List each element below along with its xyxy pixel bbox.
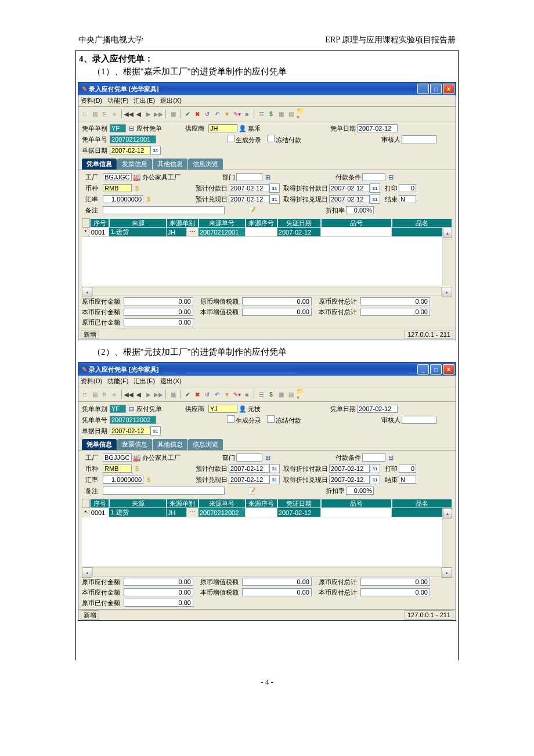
cancel-icon[interactable]: ✖ (193, 110, 201, 118)
tab-voucher[interactable]: 凭单信息 (82, 439, 117, 450)
cell-vd[interactable]: 2007-02-12 (277, 508, 321, 517)
menu-export[interactable]: 汇出(E) (134, 377, 155, 384)
fld-d2[interactable]: 2007-02-12 (329, 184, 370, 192)
open-icon[interactable]: ▤ (91, 110, 99, 118)
folder-icon[interactable]: 📁▾ (297, 110, 305, 118)
calendar-icon[interactable]: 31 (370, 475, 380, 484)
lookup-icon[interactable]: ⊟ (387, 453, 395, 462)
fld-rate[interactable]: 1.0000000 (103, 476, 143, 484)
fld-supplier[interactable]: JH (208, 124, 237, 132)
scroll-up-icon[interactable]: ▴ (443, 508, 452, 519)
fld-vno[interactable]: 20070212002 (110, 416, 156, 424)
calendar-icon[interactable]: 31 (269, 475, 280, 484)
gh-itemno[interactable]: 品号 (321, 499, 392, 508)
currency-icon[interactable]: $ (145, 195, 153, 203)
cell-src[interactable]: 1.进货 (109, 508, 166, 517)
doc-icon[interactable]: ▦ (169, 110, 177, 118)
fld-payterm[interactable] (362, 453, 385, 462)
menu-func[interactable]: 功能(F) (107, 377, 128, 384)
gh-seq[interactable]: 序号 (90, 218, 109, 228)
fld-vno[interactable]: 20070212001 (110, 135, 156, 143)
fld-print[interactable]: 0 (399, 184, 416, 192)
gh-src[interactable]: 来源 (109, 499, 166, 508)
menu-func[interactable]: 功能(F) (107, 97, 128, 104)
cell-sno[interactable]: 20070212002 (199, 508, 246, 517)
close-button[interactable]: × (443, 84, 454, 94)
menu-export[interactable]: 汇出(E) (134, 97, 155, 104)
fld-remark[interactable] (103, 487, 225, 495)
last-icon[interactable]: ▶▶ (154, 110, 163, 118)
menu-exit[interactable]: 退出(X) (160, 377, 182, 384)
fld-d1[interactable]: 2007-02-12 (229, 184, 269, 192)
cell-itemno[interactable] (321, 228, 392, 237)
tab-other[interactable]: 其他信息 (153, 439, 187, 450)
gh-itemno[interactable]: 品号 (321, 218, 392, 228)
menu-exit[interactable]: 退出(X) (160, 97, 182, 104)
paste-icon[interactable]: ⎆ (110, 110, 118, 118)
gh-itemname[interactable]: 品名 (392, 218, 452, 228)
cell-sseq[interactable] (246, 228, 277, 237)
scrollbar-h[interactable]: ◂ ▸ (82, 287, 452, 296)
first-icon[interactable]: ◀◀ (125, 390, 133, 398)
grid-icon[interactable]: ▦ (277, 110, 285, 118)
org-icon[interactable]: ⊞ (264, 453, 272, 462)
fld-d3[interactable]: 2007-02-12 (229, 476, 269, 484)
chk-freeze[interactable] (267, 415, 275, 423)
cell-vd[interactable]: 2007-02-12 (277, 228, 321, 237)
note-icon[interactable]: 📝 (248, 487, 256, 495)
cell-src[interactable]: 1.进货 (109, 228, 166, 237)
fld-rate[interactable]: 1.0000000 (103, 195, 143, 203)
fld-payterm[interactable] (362, 173, 385, 181)
calendar-icon[interactable]: 31 (269, 195, 280, 204)
fld-cur[interactable]: RMB (103, 184, 132, 192)
confirm-icon[interactable]: ✔ (183, 390, 192, 398)
chk-gen[interactable] (227, 415, 234, 423)
scrollbar-v[interactable]: ▴ (442, 508, 452, 566)
fld-auditor[interactable] (402, 135, 436, 143)
pin-icon[interactable]: ✎▾ (233, 110, 241, 118)
fld-dept[interactable] (236, 173, 262, 181)
fld-disc[interactable]: 0.00% (346, 206, 374, 214)
fld-print[interactable]: 0 (399, 465, 416, 473)
filter-icon[interactable]: ▼ (223, 390, 231, 398)
gh-stype[interactable]: 来源单别 (167, 218, 199, 228)
fld-bdate[interactable]: 2007-02-12 (110, 146, 150, 154)
stop-icon[interactable]: ■ (243, 390, 251, 398)
last-icon[interactable]: ▶▶ (154, 390, 163, 398)
fld-vdate[interactable]: 2007-02-12 (357, 405, 398, 413)
filter-icon[interactable]: ▼ (223, 110, 231, 118)
fld-factory[interactable]: BGJJGC (103, 173, 132, 181)
folder-icon[interactable]: 📁▾ (297, 390, 305, 398)
stop-icon[interactable]: ■ (243, 110, 251, 118)
fld-end[interactable]: N (399, 195, 416, 203)
table-icon[interactable]: ▤ (287, 110, 295, 118)
lookup-icon[interactable]: ⊟ (127, 405, 135, 413)
cancel-icon[interactable]: ✖ (193, 390, 201, 398)
fld-bdate[interactable]: 2007-02-12 (110, 427, 150, 435)
cell-btn[interactable]: ⋯ (187, 508, 199, 517)
calendar-icon[interactable]: 31 (269, 183, 280, 193)
prev-icon[interactable]: ◀ (135, 110, 143, 118)
cell-stype[interactable]: JH (167, 228, 187, 237)
cell-itemno[interactable] (321, 508, 392, 517)
confirm-icon[interactable]: ✔ (183, 110, 192, 118)
gh-sseq[interactable]: 来源序号 (246, 499, 277, 508)
copy-icon[interactable]: ⎘ (100, 390, 109, 398)
fld-end[interactable]: N (399, 476, 416, 484)
table-row[interactable]: * 0001 1.进货 JH ⋯ 20070212002 2007-02-12 (82, 508, 452, 517)
maximize-button[interactable]: □ (430, 364, 442, 375)
fld-auditor[interactable] (402, 416, 436, 424)
gh-stype[interactable]: 来源单别 (167, 499, 199, 508)
minimize-button[interactable]: _ (417, 84, 429, 94)
tab-invoice[interactable]: 发票信息 (117, 439, 152, 450)
copy-icon[interactable]: ⎘ (100, 110, 109, 118)
calendar-icon[interactable]: 31 (370, 464, 380, 473)
currency-icon[interactable]: $ (145, 476, 153, 484)
cell-seq[interactable]: 0001 (90, 508, 110, 517)
gh-sno[interactable]: 来源单号 (199, 218, 246, 228)
open-icon[interactable]: ▤ (91, 390, 99, 398)
tab-browse[interactable]: 信息浏览 (188, 159, 223, 170)
tab-other[interactable]: 其他信息 (153, 159, 187, 170)
gh-vdate[interactable]: 凭证日期 (277, 499, 321, 508)
minimize-button[interactable]: _ (417, 364, 429, 375)
